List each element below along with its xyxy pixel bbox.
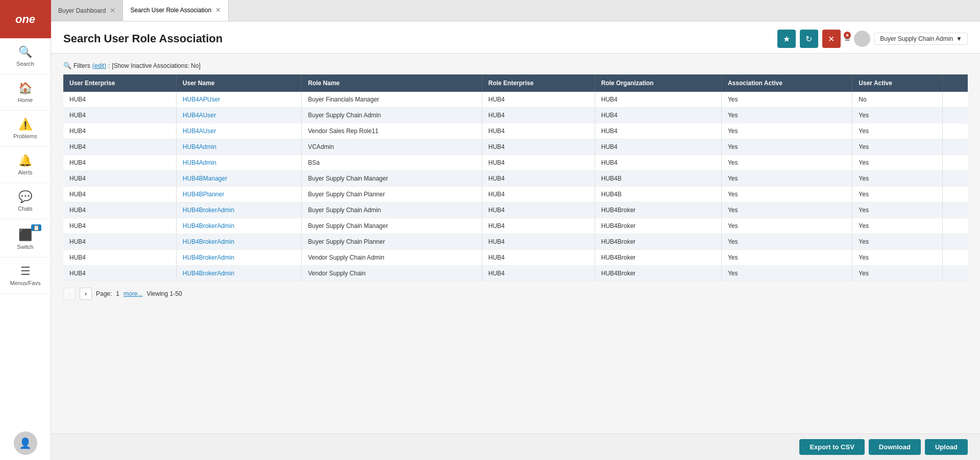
- prev-page-button[interactable]: ‹: [63, 288, 76, 300]
- menu-button[interactable]: ≡ ★: [845, 34, 850, 44]
- cell-role-org: HUB4: [595, 92, 721, 108]
- cell-role-name: Buyer Supply Chain Admin: [302, 202, 482, 218]
- tab-buyer-dashboard[interactable]: Buyer Dashboard ✕: [51, 0, 123, 21]
- cell-user-enterprise: HUB4: [63, 250, 176, 266]
- cell-role-enterprise: HUB4: [482, 123, 595, 139]
- cell-role-org: HUB4B: [595, 187, 721, 202]
- sidebar-label-switch: Switch: [17, 244, 33, 250]
- cell-user-name[interactable]: HUB4BrokerAdmin: [176, 218, 302, 234]
- cell-user-name[interactable]: HUB4BrokerAdmin: [176, 234, 302, 250]
- sidebar-label-problems: Problems: [13, 133, 37, 139]
- cell-role-org: HUB4: [595, 108, 721, 123]
- page-label: Page:: [96, 290, 112, 297]
- cell-user-name[interactable]: HUB4BPlanner: [176, 187, 302, 202]
- refresh-button[interactable]: ↻: [800, 30, 818, 48]
- tab-close-buyer[interactable]: ✕: [110, 7, 115, 14]
- tab-close-search[interactable]: ✕: [215, 6, 221, 14]
- export-csv-button[interactable]: Export to CSV: [799, 439, 864, 455]
- sidebar-item-switch[interactable]: 📋 ⬛ Switch: [0, 219, 51, 258]
- problems-icon: ⚠️: [18, 118, 32, 131]
- table-row: HUB4 HUB4BrokerAdmin Vendor Supply Chain…: [63, 266, 968, 282]
- cell-assoc-active: Yes: [721, 202, 852, 218]
- cell-user-active: Yes: [852, 250, 942, 266]
- sidebar-item-alerts[interactable]: 🔔 Alerts: [0, 147, 51, 183]
- cell-user-name[interactable]: HUB4Admin: [176, 155, 302, 171]
- logo-text: one: [15, 13, 35, 26]
- cell-assoc-active: Yes: [721, 171, 852, 187]
- favorite-button[interactable]: ★: [777, 30, 796, 48]
- next-page-button[interactable]: ›: [80, 288, 92, 300]
- cell-role-enterprise: HUB4: [482, 250, 595, 266]
- col-role-name: Role Name: [302, 74, 482, 92]
- col-role-enterprise: Role Enterprise: [482, 74, 595, 92]
- cell-user-active: Yes: [852, 266, 942, 282]
- user-avatar: [854, 31, 870, 47]
- sidebar-label-menus: Menus/Favs: [10, 280, 41, 286]
- page-header: Search User Role Association ★ ↻ ✕ ≡ ★ B…: [51, 21, 980, 54]
- cell-user-enterprise: HUB4: [63, 155, 176, 171]
- sidebar-item-search[interactable]: 🔍 Search: [0, 38, 51, 74]
- cell-role-name: Buyer Supply Chain Planner: [302, 234, 482, 250]
- cell-user-enterprise: HUB4: [63, 92, 176, 108]
- col-user-name: User Name: [176, 74, 302, 92]
- cell-assoc-active: Yes: [721, 108, 852, 123]
- sidebar-item-home[interactable]: 🏠 Home: [0, 74, 51, 111]
- cell-user-name[interactable]: HUB4AUser: [176, 123, 302, 139]
- cell-user-name[interactable]: HUB4BrokerAdmin: [176, 266, 302, 282]
- cell-row-actions: [942, 202, 968, 218]
- cell-user-active: Yes: [852, 123, 942, 139]
- cell-user-name[interactable]: HUB4BrokerAdmin: [176, 250, 302, 266]
- cell-user-name[interactable]: HUB4BManager: [176, 171, 302, 187]
- sidebar-item-problems[interactable]: ⚠️ Problems: [0, 111, 51, 147]
- cell-assoc-active: Yes: [721, 234, 852, 250]
- pagination-bar: ‹ › Page: 1 more... Viewing 1-50: [63, 282, 968, 302]
- cell-assoc-active: Yes: [721, 123, 852, 139]
- table-header-row: User Enterprise User Name Role Name Role…: [63, 74, 968, 92]
- user-role-dropdown[interactable]: Buyer Supply Chain Admin ▼: [874, 33, 968, 45]
- cell-role-enterprise: HUB4: [482, 202, 595, 218]
- tab-label-search: Search User Role Association: [130, 7, 211, 14]
- data-table: User Enterprise User Name Role Name Role…: [63, 74, 968, 282]
- cell-row-actions: [942, 171, 968, 187]
- cell-role-enterprise: HUB4: [482, 218, 595, 234]
- download-button[interactable]: Download: [869, 439, 921, 455]
- tab-label-buyer: Buyer Dashboard: [58, 7, 106, 14]
- cell-row-actions: [942, 92, 968, 108]
- cell-role-org: HUB4: [595, 139, 721, 155]
- content-area: 🔍 Filters (edit): [Show Inactive Associa…: [51, 54, 980, 460]
- switch-icon: ⬛: [18, 228, 32, 242]
- tab-search-user-role[interactable]: Search User Role Association ✕: [123, 0, 229, 21]
- cell-user-name[interactable]: HUB4AUser: [176, 108, 302, 123]
- table-row: HUB4 HUB4BrokerAdmin Buyer Supply Chain …: [63, 234, 968, 250]
- sidebar-item-menus[interactable]: ☰ Menus/Favs: [0, 258, 51, 294]
- main-area: Buyer Dashboard ✕ Search User Role Assoc…: [51, 0, 980, 460]
- cell-row-actions: [942, 187, 968, 202]
- close-page-button[interactable]: ✕: [822, 30, 841, 48]
- filter-bar: 🔍 Filters (edit): [Show Inactive Associa…: [63, 62, 968, 69]
- sidebar-label-chats: Chats: [18, 206, 33, 212]
- cell-user-name[interactable]: HUB4Admin: [176, 139, 302, 155]
- table-row: HUB4 HUB4BrokerAdmin Vendor Supply Chain…: [63, 250, 968, 266]
- col-actions: [942, 74, 968, 92]
- cell-role-name: Vendor Sales Rep Role11: [302, 123, 482, 139]
- sidebar-item-chats[interactable]: 💬 Chats: [0, 183, 51, 219]
- cell-user-name[interactable]: HUB4BrokerAdmin: [176, 202, 302, 218]
- cell-role-enterprise: HUB4: [482, 187, 595, 202]
- table-row: HUB4 HUB4BrokerAdmin Buyer Supply Chain …: [63, 202, 968, 218]
- cell-assoc-active: Yes: [721, 187, 852, 202]
- filter-value: [Show Inactive Associations: No]: [112, 62, 200, 69]
- filter-edit-link[interactable]: (edit): [92, 62, 106, 69]
- cell-user-active: Yes: [852, 202, 942, 218]
- upload-button[interactable]: Upload: [925, 439, 968, 455]
- avatar[interactable]: 👤: [14, 431, 37, 455]
- cell-assoc-active: Yes: [721, 250, 852, 266]
- sidebar-logo[interactable]: one: [0, 0, 51, 38]
- cell-assoc-active: Yes: [721, 92, 852, 108]
- cell-role-org: HUB4: [595, 155, 721, 171]
- switch-badge: 📋: [31, 224, 41, 231]
- more-pages-link[interactable]: more...: [124, 290, 142, 297]
- cell-user-enterprise: HUB4: [63, 266, 176, 282]
- cell-user-name[interactable]: HUB4APUser: [176, 92, 302, 108]
- cell-role-name: Buyer Supply Chain Manager: [302, 171, 482, 187]
- cell-row-actions: [942, 218, 968, 234]
